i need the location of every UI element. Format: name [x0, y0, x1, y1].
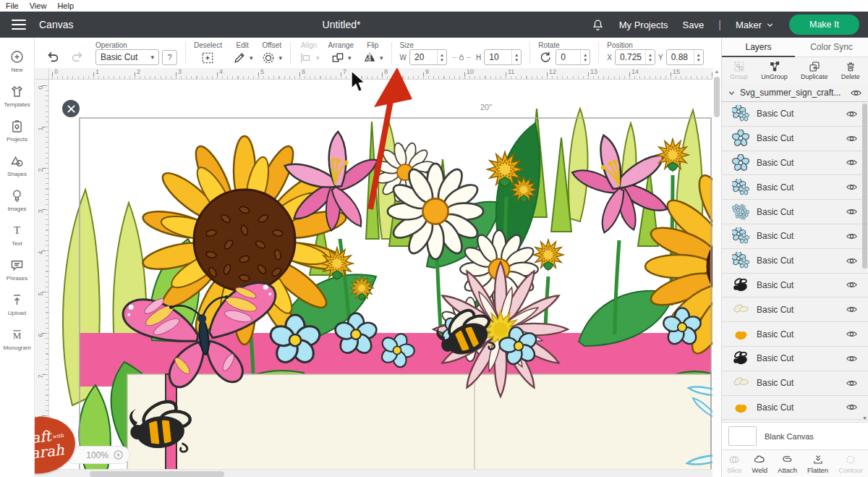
project-title[interactable]: Untitled*	[323, 19, 361, 30]
eye-icon[interactable]	[846, 255, 858, 267]
edit-group: Edit ▾	[232, 38, 253, 68]
eye-icon[interactable]	[846, 156, 858, 169]
undo-icon[interactable]	[45, 48, 61, 64]
layer-row[interactable]: Basic Cut	[722, 396, 868, 421]
canvas-horizontal-scrollbar[interactable]: ◂	[35, 469, 712, 477]
position-x-input[interactable]: 0.725▲▼	[615, 49, 655, 65]
sidebar-item[interactable]: Images	[0, 182, 34, 217]
eye-icon[interactable]	[850, 87, 862, 99]
layer-row[interactable]: Basic Cut	[722, 322, 868, 347]
ruler-number: 6	[37, 330, 44, 340]
eye-icon[interactable]	[846, 230, 858, 242]
blank-canvas-row[interactable]: Blank Canvas	[722, 422, 868, 449]
position-x-stepper[interactable]: ▲▼	[645, 50, 655, 64]
machine-selector[interactable]: Maker	[736, 20, 775, 30]
layer-action-button[interactable]: UnGroup	[761, 61, 788, 80]
layer-action-button[interactable]: Duplicate	[801, 61, 828, 80]
edit-dropdown-caret[interactable]: ▾	[250, 54, 253, 62]
save-link[interactable]: Save	[683, 20, 705, 30]
sidebar-item[interactable]: Monogram	[0, 321, 34, 356]
layer-row[interactable]: Basic Cut	[722, 224, 868, 249]
layer-row[interactable]: Basic Cut	[722, 200, 868, 224]
zoom-in-icon[interactable]	[113, 449, 124, 460]
width-stepper[interactable]: ▲▼	[437, 50, 446, 64]
layer-operation-label: Basic Cut	[757, 378, 838, 388]
panel-bottom-button[interactable]: Flatten	[807, 454, 828, 474]
eye-icon[interactable]	[846, 181, 858, 193]
layer-action-button[interactable]: Delete	[841, 61, 860, 80]
hamburger-menu-icon[interactable]	[12, 20, 26, 30]
panel-bottom-button[interactable]: Attach	[778, 454, 797, 474]
position-y-stepper[interactable]: ▲▼	[694, 50, 703, 64]
horizontal-scroll-thumb[interactable]	[90, 471, 224, 477]
layer-row[interactable]: Basic Cut	[722, 297, 868, 322]
make-it-button[interactable]: Make It	[789, 14, 859, 35]
sidebar-item[interactable]: Phrases	[0, 252, 34, 287]
offset-dropdown-caret[interactable]: ▾	[278, 54, 282, 62]
layers-scrollbar-thumb[interactable]	[862, 104, 867, 269]
rotate-stepper[interactable]: ▲▼	[580, 50, 590, 64]
flip-dropdown-caret[interactable]: ▾	[380, 54, 383, 62]
layer-row[interactable]: Basic Cut	[722, 175, 868, 200]
arrange-icon[interactable]	[331, 51, 345, 65]
deselect-close-button[interactable]	[62, 100, 80, 117]
pencil-icon[interactable]	[232, 51, 247, 65]
bell-icon[interactable]	[591, 18, 605, 32]
menu-item[interactable]: View	[30, 1, 47, 10]
zoom-control[interactable]: 100%	[65, 446, 130, 464]
layer-row[interactable]: Basic Cut	[722, 102, 868, 127]
canvas-vertical-scrollbar[interactable]: ▲	[712, 68, 721, 469]
layer-thumbnail	[732, 277, 749, 294]
eye-icon[interactable]	[846, 132, 858, 145]
layer-row[interactable]: Basic Cut	[722, 274, 868, 298]
eye-icon[interactable]	[846, 328, 858, 340]
eye-icon[interactable]	[846, 303, 858, 316]
position-y-input[interactable]: 0.88▲▼	[666, 49, 704, 65]
arrange-dropdown-caret[interactable]: ▾	[348, 54, 352, 62]
chevron-down-icon[interactable]	[728, 89, 736, 97]
width-input[interactable]: 20▲▼	[409, 49, 447, 65]
flip-icon[interactable]	[362, 51, 377, 65]
eye-icon[interactable]	[846, 401, 858, 413]
panel-tab[interactable]: Layers	[722, 38, 795, 56]
operation-help-button[interactable]: ?	[162, 50, 177, 65]
offset-icon[interactable]	[261, 51, 276, 65]
layers-scroll-down-arrow[interactable]: ▼	[862, 415, 867, 421]
eye-icon[interactable]	[846, 108, 858, 120]
scroll-up-arrow[interactable]: ▲	[712, 68, 721, 75]
sidebar-item[interactable]: Upload	[0, 287, 34, 321]
canvas-artwork[interactable]: 20"	[49, 68, 712, 477]
layer-row[interactable]: Basic Cut	[722, 371, 868, 396]
layer-row[interactable]: Basic Cut	[722, 151, 868, 176]
rotate-input[interactable]: 0▲▼	[556, 49, 590, 65]
panel-tab[interactable]: Color Sync	[795, 38, 868, 56]
menu-item[interactable]: File	[6, 1, 19, 10]
layer-group-row[interactable]: Svg_summer_sign_craft...	[722, 84, 868, 102]
layer-row[interactable]: Basic Cut	[722, 347, 868, 371]
layer-row[interactable]: Basic Cut	[722, 249, 868, 274]
layer-action-icon	[845, 61, 856, 72]
eye-icon[interactable]	[846, 279, 858, 291]
sidebar-item[interactable]: Templates	[0, 78, 34, 113]
sidebar-item[interactable]: New	[0, 43, 34, 78]
sidebar-item[interactable]: Projects	[0, 113, 34, 148]
my-projects-link[interactable]: My Projects	[619, 20, 668, 30]
eye-icon[interactable]	[846, 353, 858, 365]
layer-actions: Group UnGroup Duplicate Delete	[722, 57, 868, 84]
sign-board[interactable]	[127, 374, 711, 477]
height-stepper[interactable]: ▲▼	[511, 50, 521, 64]
deselect-icon[interactable]	[200, 51, 215, 65]
canvas-color-swatch[interactable]	[728, 426, 757, 446]
menu-item[interactable]: Help	[57, 1, 74, 10]
sidebar-item[interactable]: Text	[0, 217, 34, 252]
operation-select[interactable]: Basic Cut▾	[95, 49, 159, 65]
layer-row[interactable]: Basic Cut	[722, 127, 868, 151]
eye-icon[interactable]	[846, 377, 858, 389]
lock-ratio-icon[interactable]	[451, 53, 472, 62]
panel-bottom-button[interactable]: Weld	[752, 454, 767, 474]
sidebar-item[interactable]: Shapes	[0, 148, 34, 182]
eye-icon[interactable]	[846, 206, 858, 218]
vertical-scroll-thumb[interactable]	[714, 77, 720, 117]
rotate-icon[interactable]	[538, 50, 553, 64]
height-input[interactable]: 10▲▼	[484, 49, 522, 65]
